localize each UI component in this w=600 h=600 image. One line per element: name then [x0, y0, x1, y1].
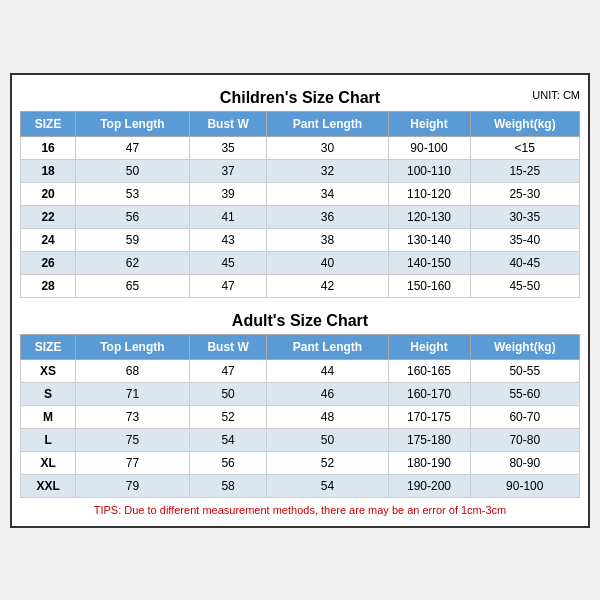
- table-cell: 59: [76, 228, 190, 251]
- table-row: 24594338130-14035-40: [21, 228, 580, 251]
- children-title: Children's Size Chart UNIT: CM: [20, 83, 580, 111]
- table-cell: 16: [21, 136, 76, 159]
- table-cell: 35: [189, 136, 267, 159]
- chart-container: Children's Size Chart UNIT: CM SIZE Top …: [10, 73, 590, 528]
- children-table: SIZE Top Length Bust W Pant Length Heigh…: [20, 111, 580, 298]
- table-cell: 180-190: [388, 451, 470, 474]
- children-col-weight: Weight(kg): [470, 111, 579, 136]
- table-cell: 54: [189, 428, 267, 451]
- table-cell: 28: [21, 274, 76, 297]
- table-cell: 140-150: [388, 251, 470, 274]
- adults-col-bust: Bust W: [189, 334, 267, 359]
- table-cell: 47: [189, 359, 267, 382]
- table-row: 18503732100-11015-25: [21, 159, 580, 182]
- table-row: XXL795854190-20090-100: [21, 474, 580, 497]
- table-cell: 80-90: [470, 451, 579, 474]
- adults-col-pant-length: Pant Length: [267, 334, 388, 359]
- table-cell: 43: [189, 228, 267, 251]
- table-cell: 44: [267, 359, 388, 382]
- children-header-row: SIZE Top Length Bust W Pant Length Heigh…: [21, 111, 580, 136]
- adults-col-height: Height: [388, 334, 470, 359]
- table-cell: 26: [21, 251, 76, 274]
- table-cell: 30-35: [470, 205, 579, 228]
- table-cell: 120-130: [388, 205, 470, 228]
- table-cell: XL: [21, 451, 76, 474]
- table-cell: 71: [76, 382, 190, 405]
- tips-text: TIPS: Due to different measurement metho…: [20, 498, 580, 518]
- table-cell: 130-140: [388, 228, 470, 251]
- table-cell: 52: [189, 405, 267, 428]
- table-cell: 48: [267, 405, 388, 428]
- children-col-size: SIZE: [21, 111, 76, 136]
- table-cell: <15: [470, 136, 579, 159]
- table-cell: L: [21, 428, 76, 451]
- adults-title: Adult's Size Chart: [20, 306, 580, 334]
- table-cell: 170-175: [388, 405, 470, 428]
- table-row: 22564136120-13030-35: [21, 205, 580, 228]
- table-cell: 42: [267, 274, 388, 297]
- table-cell: 73: [76, 405, 190, 428]
- table-cell: 68: [76, 359, 190, 382]
- table-cell: 50: [267, 428, 388, 451]
- table-cell: 22: [21, 205, 76, 228]
- table-cell: 90-100: [388, 136, 470, 159]
- children-unit: UNIT: CM: [532, 89, 580, 101]
- children-col-height: Height: [388, 111, 470, 136]
- table-cell: 30: [267, 136, 388, 159]
- table-cell: 50: [76, 159, 190, 182]
- table-row: S715046160-17055-60: [21, 382, 580, 405]
- adults-col-top-length: Top Length: [76, 334, 190, 359]
- table-cell: 46: [267, 382, 388, 405]
- adults-title-text: Adult's Size Chart: [232, 312, 368, 329]
- table-row: XL775652180-19080-90: [21, 451, 580, 474]
- table-cell: 37: [189, 159, 267, 182]
- table-cell: 62: [76, 251, 190, 274]
- children-col-pant-length: Pant Length: [267, 111, 388, 136]
- table-row: M735248170-17560-70: [21, 405, 580, 428]
- table-cell: 53: [76, 182, 190, 205]
- children-col-bust: Bust W: [189, 111, 267, 136]
- table-cell: 36: [267, 205, 388, 228]
- table-cell: 60-70: [470, 405, 579, 428]
- table-cell: M: [21, 405, 76, 428]
- table-cell: 77: [76, 451, 190, 474]
- table-cell: 45-50: [470, 274, 579, 297]
- table-cell: S: [21, 382, 76, 405]
- table-cell: 75: [76, 428, 190, 451]
- table-cell: 24: [21, 228, 76, 251]
- table-cell: 100-110: [388, 159, 470, 182]
- table-cell: 190-200: [388, 474, 470, 497]
- table-cell: 58: [189, 474, 267, 497]
- table-cell: 35-40: [470, 228, 579, 251]
- table-cell: 39: [189, 182, 267, 205]
- table-cell: 45: [189, 251, 267, 274]
- table-cell: 150-160: [388, 274, 470, 297]
- children-col-top-length: Top Length: [76, 111, 190, 136]
- table-cell: 50: [189, 382, 267, 405]
- table-cell: 50-55: [470, 359, 579, 382]
- table-cell: 160-165: [388, 359, 470, 382]
- table-cell: 40-45: [470, 251, 579, 274]
- table-cell: 160-170: [388, 382, 470, 405]
- table-cell: 70-80: [470, 428, 579, 451]
- table-cell: 40: [267, 251, 388, 274]
- table-cell: 79: [76, 474, 190, 497]
- table-cell: 90-100: [470, 474, 579, 497]
- table-cell: 38: [267, 228, 388, 251]
- table-cell: XS: [21, 359, 76, 382]
- table-cell: 18: [21, 159, 76, 182]
- table-cell: 175-180: [388, 428, 470, 451]
- table-cell: 65: [76, 274, 190, 297]
- table-cell: 25-30: [470, 182, 579, 205]
- adults-table: SIZE Top Length Bust W Pant Length Heigh…: [20, 334, 580, 498]
- table-row: 28654742150-16045-50: [21, 274, 580, 297]
- table-cell: XXL: [21, 474, 76, 497]
- table-cell: 52: [267, 451, 388, 474]
- table-row: L755450175-18070-80: [21, 428, 580, 451]
- table-cell: 32: [267, 159, 388, 182]
- children-title-text: Children's Size Chart: [220, 89, 380, 106]
- adults-col-size: SIZE: [21, 334, 76, 359]
- table-row: XS684744160-16550-55: [21, 359, 580, 382]
- table-cell: 110-120: [388, 182, 470, 205]
- table-row: 26624540140-15040-45: [21, 251, 580, 274]
